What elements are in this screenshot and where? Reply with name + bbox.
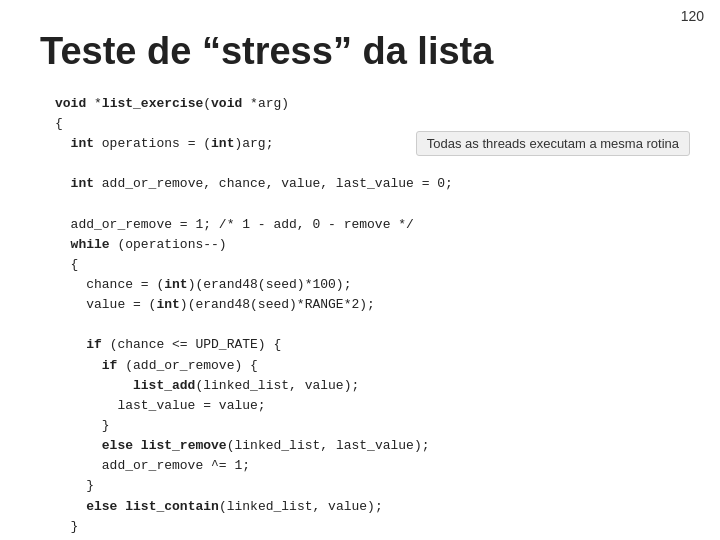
- tooltip-box: Todas as threads executam a mesma rotina: [416, 131, 690, 156]
- slide-content: void *list_exercise(void *arg) { int ope…: [0, 84, 720, 540]
- slide-number: 120: [681, 8, 704, 24]
- slide: 120 Teste de “stress” da lista void *lis…: [0, 0, 720, 540]
- slide-title: Teste de “stress” da lista: [0, 0, 720, 84]
- code-block: void *list_exercise(void *arg) { int ope…: [55, 94, 665, 540]
